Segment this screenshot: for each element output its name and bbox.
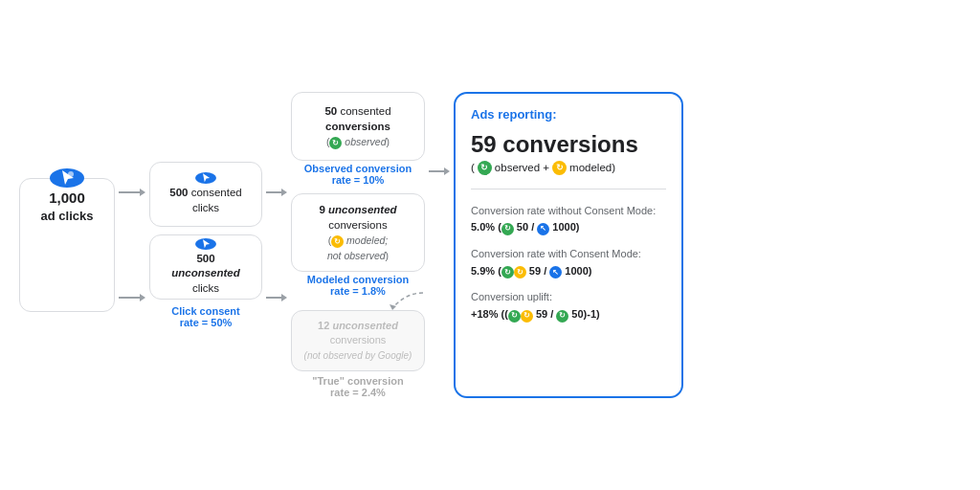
unconsented-clicks-text1: unconsented [171, 267, 240, 278]
unconsented-conversions-card: 9 unconsentedconversions (↻ modeled; not… [291, 193, 425, 272]
stat1-value: 5.0% (↻ 50 / ↖ 1000) [471, 219, 666, 236]
consented-clicks-text1: consented [191, 187, 242, 198]
unconsented-conv-number: 9 [319, 204, 324, 215]
ads-panel-title: Ads reporting: [471, 107, 666, 122]
stat-block-1: Conversion rate without Consent Mode: 5.… [471, 203, 666, 236]
arrow-bottom-1 [115, 291, 149, 304]
consented-clicks-card: 500 consented clicks [149, 162, 262, 227]
consented-conversions-card: 50 consentedconversions (↻ observed) [291, 92, 425, 161]
left-section: 1,000 ad clicks [19, 15, 115, 475]
stat1-label: Conversion rate without Consent Mode: [471, 203, 666, 220]
click-consent-label: Click consent rate = 50% [149, 305, 262, 328]
arrow-bottom-2 [262, 291, 291, 304]
arrow-top-2 [262, 186, 291, 199]
ad-clicks-number: 1,000 [19, 188, 115, 208]
consented-clicks-text2: clicks [192, 202, 219, 213]
unconsented-clicks-text2: clicks [192, 282, 219, 294]
arrow-top-1 [115, 186, 149, 199]
svg-marker-9 [390, 304, 396, 310]
arrow-col-2 [262, 174, 291, 316]
consented-clicks-number: 500 [169, 187, 188, 198]
observed-conversion-label: Observed conversion rate = 10% [291, 163, 425, 186]
svg-marker-8 [281, 294, 287, 301]
faded-unconsented-card: 12 unconsented conversions (not observed… [291, 310, 425, 371]
arrow-col-3 [425, 149, 454, 341]
cursor-icon [50, 168, 84, 188]
svg-marker-11 [444, 167, 450, 175]
mid-cards-section: 500 consented clicks 500 unconsented cli… [149, 162, 262, 300]
panel-divider [471, 189, 666, 189]
arrow-to-panel [425, 165, 454, 178]
stat3-value: +18% ((↻↻ 59 / ↻ 50)-1) [471, 306, 666, 323]
arrow-col-1 [115, 174, 149, 316]
ad-clicks-card: 1,000 ad clicks [19, 178, 115, 312]
consented-cursor-icon [195, 172, 216, 184]
ads-conversions-sub: (↻ observed + ↻ modeled) [471, 161, 666, 175]
unconsented-clicks-card: 500 unconsented clicks [149, 234, 262, 300]
ads-reporting-panel: Ads reporting: 59 conversions (↻ observe… [454, 92, 683, 398]
stat2-value: 5.9% (↻↻ 59 / ↖ 1000) [471, 263, 666, 280]
svg-point-0 [68, 171, 74, 177]
unconsented-clicks-number: 500 [196, 253, 214, 264]
unconsented-cursor-icon [195, 238, 216, 250]
ads-conversions-number: 59 conversions [471, 131, 666, 159]
svg-marker-6 [281, 189, 287, 196]
consented-conv-number: 50 [324, 105, 337, 117]
stat3-label: Conversion uplift: [471, 289, 666, 306]
stat-block-3: Conversion uplift: +18% ((↻↻ 59 / ↻ 50)-… [471, 289, 666, 323]
unconsented-conv-text: unconsentedconversions [328, 204, 397, 231]
ad-clicks-label: ad clicks [19, 208, 115, 225]
ad-clicks-title: 1,000 ad clicks [19, 188, 115, 322]
svg-marker-2 [140, 189, 145, 196]
flow-diagram: 1,000 ad clicks 500 consented clicks [0, 0, 980, 490]
faded-conv-number: 12 [318, 320, 329, 331]
true-conversion-label: "True" conversion rate = 2.4% [291, 375, 425, 398]
stat-block-2: Conversion rate with Consent Mode: 5.9% … [471, 246, 666, 279]
stat2-label: Conversion rate with Consent Mode: [471, 246, 666, 263]
svg-marker-4 [140, 294, 145, 301]
